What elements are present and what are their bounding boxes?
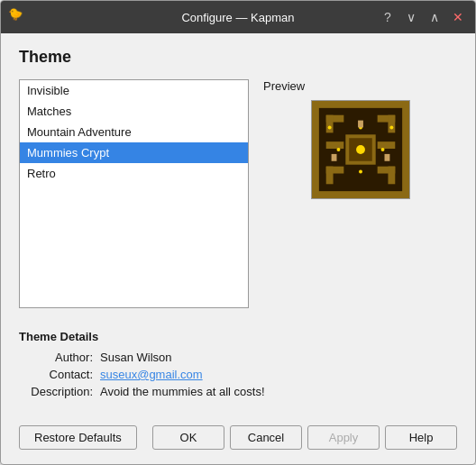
svg-point-20: [359, 170, 362, 174]
svg-point-21: [327, 125, 331, 129]
svg-point-22: [389, 125, 393, 129]
author-value: Susan Wilson: [100, 351, 171, 364]
svg-rect-26: [358, 121, 363, 128]
theme-item-matches[interactable]: Matches: [20, 101, 248, 122]
author-row: Author: Susan Wilson: [19, 351, 457, 364]
svg-point-17: [336, 148, 340, 151]
contact-value: suseux@gmail.com: [100, 368, 203, 381]
help-button[interactable]: ?: [378, 7, 398, 27]
titlebar-controls: ? ∨ ∧ ✕: [378, 7, 468, 27]
svg-rect-24: [331, 154, 336, 161]
svg-rect-7: [325, 115, 333, 133]
theme-item-invisible[interactable]: Invisible: [20, 80, 248, 101]
app-icon: 🐤: [8, 7, 28, 27]
description-row: Description: Avoid the mummies at all co…: [19, 385, 457, 398]
svg-rect-25: [384, 154, 389, 161]
contact-label: Contact:: [19, 368, 100, 381]
preview-area: Preview: [263, 79, 457, 308]
svg-rect-9: [325, 141, 343, 149]
main-area: Invisible Matches Mountain Adventure Mum…: [19, 79, 457, 308]
titlebar: 🐤 Configure — Kapman ? ∨ ∧ ✕: [1, 1, 475, 33]
expand-down-button[interactable]: ∨: [401, 7, 421, 27]
theme-item-mummies-crypt[interactable]: Mummies Crypt: [20, 142, 248, 163]
main-window: 🐤 Configure — Kapman ? ∨ ∧ ✕ Theme Invis…: [0, 0, 476, 465]
svg-rect-8: [388, 115, 395, 133]
svg-point-23: [356, 145, 365, 154]
restore-defaults-button[interactable]: Restore Defaults: [19, 425, 137, 450]
theme-list[interactable]: Invisible Matches Mountain Adventure Mum…: [19, 79, 249, 308]
description-value: Avoid the mummies at all costs!: [100, 385, 265, 398]
svg-rect-14: [388, 167, 395, 185]
svg-rect-3: [402, 101, 409, 198]
svg-rect-10: [377, 141, 395, 149]
svg-rect-1: [312, 101, 409, 108]
contact-link[interactable]: suseux@gmail.com: [100, 368, 203, 381]
svg-point-19: [380, 148, 384, 151]
contact-row: Contact: suseux@gmail.com: [19, 368, 457, 381]
theme-details-title: Theme Details: [19, 330, 457, 343]
ok-button[interactable]: OK: [152, 425, 224, 450]
svg-rect-4: [312, 191, 409, 198]
help-dialog-button[interactable]: Help: [385, 425, 457, 450]
preview-label: Preview: [263, 79, 305, 93]
svg-rect-2: [312, 101, 319, 198]
content-area: Theme Invisible Matches Mountain Adventu…: [1, 33, 475, 416]
button-bar: Restore Defaults OK Cancel Apply Help: [1, 416, 475, 464]
theme-item-mountain-adventure[interactable]: Mountain Adventure: [20, 122, 248, 142]
description-label: Description:: [19, 385, 100, 398]
svg-rect-13: [325, 167, 333, 185]
apply-button[interactable]: Apply: [307, 425, 380, 450]
page-title: Theme: [19, 48, 457, 67]
author-label: Author:: [19, 351, 100, 364]
preview-image: [311, 100, 410, 199]
theme-details: Theme Details Author: Susan Wilson Conta…: [19, 323, 457, 402]
cancel-button[interactable]: Cancel: [230, 425, 302, 450]
theme-item-retro[interactable]: Retro: [20, 163, 248, 184]
expand-up-button[interactable]: ∧: [425, 7, 444, 27]
close-button[interactable]: ✕: [448, 7, 468, 27]
